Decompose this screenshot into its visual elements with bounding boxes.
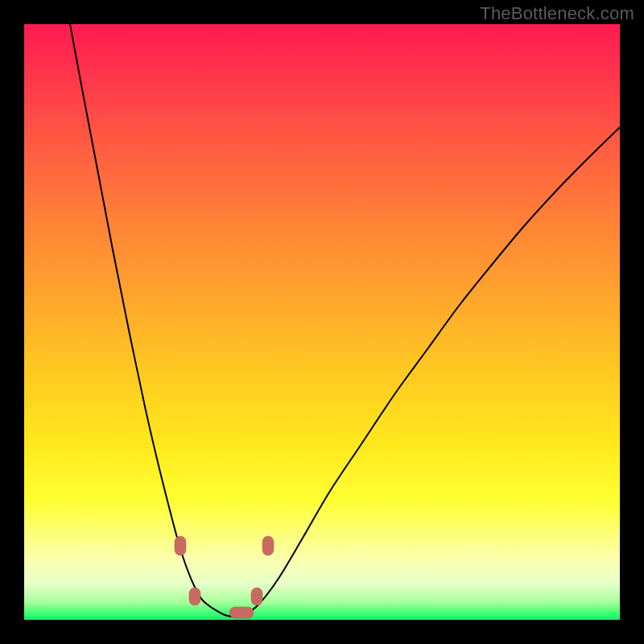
trough-marker [229,607,254,618]
watermark-text: TheBottleneck.com [480,3,634,24]
bottleneck-curve [70,24,620,617]
curve-layer [24,24,620,620]
trough-marker [175,536,186,555]
trough-marker [189,588,200,605]
trough-marker [262,536,274,555]
outer-frame: TheBottleneck.com [0,0,644,644]
plot-area [24,24,620,620]
trough-marker [251,588,262,605]
